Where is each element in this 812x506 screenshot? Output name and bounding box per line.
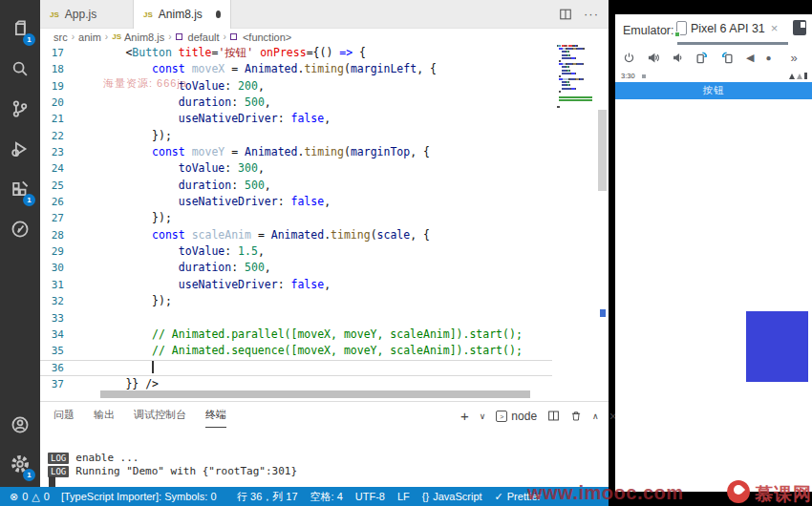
explorer-icon[interactable]: 1 [0, 10, 40, 48]
breadcrumb-item[interactable]: <function> [243, 32, 291, 43]
wifi-icon [789, 74, 795, 79]
source-control-icon[interactable] [0, 90, 40, 128]
breadcrumb-item[interactable]: src [53, 32, 68, 43]
braces-icon: {} [422, 491, 429, 502]
line-number: 27 [40, 210, 73, 226]
line-number: 23 [40, 144, 73, 160]
tab-anim8-js[interactable]: JS Anim8.js [134, 0, 231, 29]
tab-app-js[interactable]: JS App.js [40, 0, 134, 29]
tab-label: App.js [65, 8, 96, 21]
panel-tab-terminal[interactable]: 终端 [205, 408, 226, 428]
code-line[interactable]: 21 useNativeDriver: false, [40, 111, 552, 127]
horizontal-scrollbar[interactable] [100, 390, 530, 398]
line-number: 35 [40, 343, 73, 359]
panel-tab-output[interactable]: 输出 [94, 408, 115, 428]
eol-status[interactable]: LF [397, 491, 410, 502]
settings-gear-icon[interactable]: 1 [0, 445, 40, 483]
code-line[interactable]: 22 }); [40, 128, 552, 144]
breadcrumb: src › anim › JS Anim8.js › default › <fu… [40, 29, 609, 45]
maximize-panel-icon[interactable]: ∧ [592, 411, 599, 421]
emulator-header: Emulator: Pixel 6 API 31 × [615, 14, 812, 46]
code-line[interactable]: 36 [40, 360, 552, 376]
warning-icon: △ [32, 491, 39, 503]
line-number: 30 [40, 260, 73, 276]
more-options-icon[interactable]: » [791, 51, 798, 65]
panel-tab-problems[interactable]: 问题 [53, 408, 75, 428]
emulator-toolbar: ◀ ● » [615, 46, 812, 69]
minimap[interactable] [552, 45, 597, 389]
log-badge: LOG [48, 466, 69, 477]
problems-status[interactable]: ⊗0 △0 [10, 491, 50, 503]
code-line[interactable]: 17 <Button title='按钮' onPress={() => { [40, 45, 552, 61]
terminal-log-line: LOG enable ... [48, 452, 139, 464]
code-line[interactable]: 31 useNativeDriver: false, [40, 277, 552, 293]
text-cursor [152, 361, 154, 373]
check-icon: ✓ [495, 491, 503, 503]
code-line[interactable]: 27 }); [40, 210, 552, 226]
code-line[interactable]: 34 // Animated.parallel([moveX, moveY, s… [40, 327, 552, 343]
code-line[interactable]: 28 const scaleAnim = Animated.timing(sca… [40, 227, 552, 243]
breadcrumb-item[interactable]: Anim8.js [124, 32, 164, 43]
device-panel-icon[interactable] [793, 20, 806, 35]
run-debug-icon[interactable] [0, 130, 40, 168]
back-icon[interactable]: ◀ [746, 52, 754, 64]
volume-up-icon[interactable] [647, 52, 660, 64]
line-number: 20 [40, 95, 73, 111]
code-line[interactable]: 20 duration: 500, [40, 95, 552, 111]
split-editor-icon[interactable] [559, 8, 572, 21]
vertical-scrollbar[interactable] [598, 110, 607, 191]
volume-down-icon[interactable] [672, 52, 683, 64]
modified-dot-icon[interactable] [216, 11, 221, 18]
code-line[interactable]: 25 duration: 500, [40, 178, 552, 194]
play-circle-icon[interactable] [0, 210, 40, 248]
cursor-position-status[interactable]: 行 36，列 17 [237, 490, 298, 504]
indentation-status[interactable]: 空格: 4 [310, 490, 343, 504]
battery-icon [804, 73, 808, 79]
new-terminal-icon[interactable]: + [460, 408, 469, 424]
settings-badge: 1 [23, 469, 35, 481]
code-line[interactable]: 23 const moveY = Animated.timing(marginT… [40, 144, 552, 160]
formatter-status[interactable]: ✓ Prettier [495, 491, 542, 503]
rotate-right-icon[interactable] [720, 51, 735, 64]
chevron-down-icon[interactable]: ∨ [480, 411, 486, 421]
split-terminal-icon[interactable] [547, 410, 560, 422]
code-watermark: 海量资源: 666ja [103, 76, 187, 91]
extensions-icon[interactable]: 1 [0, 170, 40, 208]
line-number: 28 [40, 227, 73, 243]
emulator-device-tab[interactable]: Pixel 6 API 31 × [676, 21, 778, 35]
breadcrumb-item[interactable]: anim [78, 32, 101, 43]
code-line[interactable]: 24 toValue: 300, [40, 160, 552, 177]
code-line[interactable]: 35 // Animated.sequence([moveX, moveY, s… [40, 343, 552, 359]
power-icon[interactable] [623, 52, 635, 64]
line-number: 36 [40, 360, 73, 376]
terminal-cursor [49, 476, 55, 487]
terminal-shell-select[interactable]: > node [496, 410, 537, 423]
app-button[interactable]: 按钮 [615, 82, 812, 99]
code-line[interactable]: 33 [40, 310, 552, 327]
line-number: 24 [40, 160, 73, 177]
close-emulator-icon[interactable]: × [771, 21, 779, 35]
code-line[interactable]: 30 duration: 500, [40, 260, 552, 276]
search-icon[interactable] [0, 50, 40, 88]
animated-square [746, 311, 808, 382]
language-status[interactable]: {} JavaScript [422, 491, 482, 502]
notification-icon [642, 74, 646, 78]
code-line[interactable]: 29 toValue: 1.5, [40, 243, 552, 260]
breadcrumb-item[interactable]: default [188, 32, 220, 43]
line-number: 17 [40, 45, 73, 61]
line-number: 37 [40, 376, 73, 392]
encoding-status[interactable]: UTF-8 [355, 491, 385, 502]
account-icon[interactable] [0, 406, 40, 444]
terminal-log-line: LOG Running "Demo" with {"rootTag":301} [48, 465, 297, 477]
code-line[interactable]: 32 }); [40, 293, 552, 309]
more-actions-icon[interactable]: ··· [584, 7, 599, 21]
rotate-left-icon[interactable] [694, 51, 709, 64]
tab-label: Anim8.js [159, 8, 203, 21]
kill-terminal-trash-icon[interactable] [570, 410, 582, 422]
line-number: 31 [40, 277, 73, 293]
code-editor[interactable]: 海量资源: 666ja 17 <Button title='按钮' onPres… [40, 45, 552, 401]
panel-tab-debug-console[interactable]: 调试控制台 [134, 408, 186, 428]
ts-importer-status[interactable]: [TypeScript Importer]: Symbols: 0 [61, 491, 217, 502]
record-icon[interactable]: ● [765, 53, 771, 63]
code-line[interactable]: 26 useNativeDriver: false, [40, 194, 552, 210]
